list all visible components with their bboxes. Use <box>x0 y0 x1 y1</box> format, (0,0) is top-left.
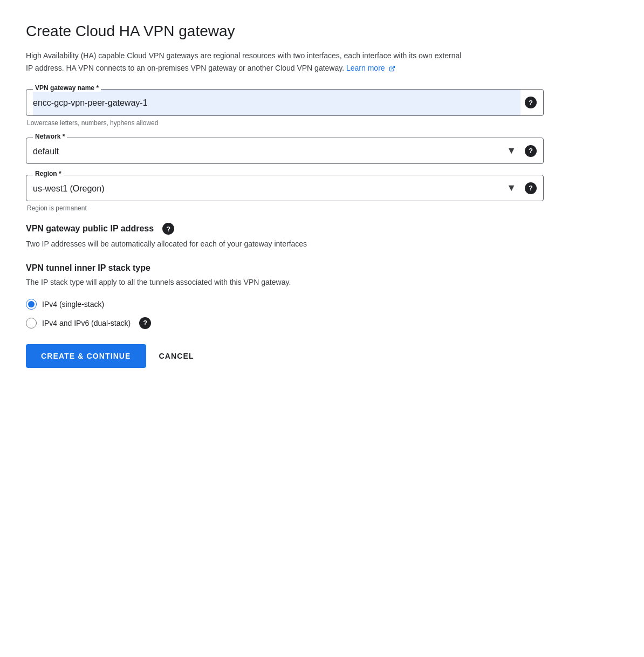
region-wrapper: Region * us-west1 (Oregon) ▼ ? <box>26 175 544 201</box>
region-select-wrapper: us-west1 (Oregon) ▼ ? <box>26 175 543 201</box>
learn-more-link[interactable]: Learn more <box>346 64 395 72</box>
ip-section-desc: Two IP addresses will be automatically a… <box>26 238 618 250</box>
network-select-wrapper: default ▼ ? <box>26 138 543 163</box>
radio-ipv4-single-input[interactable] <box>26 299 37 310</box>
gateway-name-label: VPN gateway name * <box>33 84 101 92</box>
ip-section-title: VPN gateway public IP address ? <box>26 223 618 235</box>
tunnel-section: VPN tunnel inner IP stack type The IP st… <box>26 263 618 329</box>
page-title: Create Cloud HA VPN gateway <box>26 22 618 41</box>
network-select[interactable]: default <box>33 138 506 163</box>
tunnel-section-desc: The IP stack type will apply to all the … <box>26 276 618 288</box>
network-wrapper: Network * default ▼ ? <box>26 138 544 164</box>
radio-ipv4-single[interactable]: IPv4 (single-stack) <box>26 299 618 310</box>
gateway-name-wrapper: VPN gateway name * ? <box>26 89 544 116</box>
action-bar: CREATE & CONTINUE CANCEL <box>26 344 618 368</box>
radio-ipv4-ipv6-dual-input[interactable] <box>26 318 37 328</box>
ip-stack-radio-group: IPv4 (single-stack) IPv4 and IPv6 (dual-… <box>26 299 618 329</box>
gateway-name-inner: ? <box>26 90 543 115</box>
gateway-name-input[interactable] <box>33 90 520 115</box>
network-field-group: Network * default ▼ ? <box>26 138 544 164</box>
region-help-icon[interactable]: ? <box>525 182 537 194</box>
gateway-name-hint: Lowercase letters, numbers, hyphens allo… <box>26 119 544 127</box>
region-select[interactable]: us-west1 (Oregon) <box>33 175 506 201</box>
ip-section: VPN gateway public IP address ? Two IP a… <box>26 223 618 250</box>
external-link-icon <box>389 65 395 72</box>
network-dropdown-arrow-icon: ▼ <box>506 145 516 156</box>
network-label: Network * <box>33 133 67 140</box>
network-help-icon[interactable]: ? <box>525 145 537 157</box>
gateway-name-help-icon[interactable]: ? <box>525 97 537 108</box>
radio-ipv4-ipv6-dual-label: IPv4 and IPv6 (dual-stack) ? <box>42 317 151 329</box>
svg-line-0 <box>392 66 395 70</box>
page-description: High Availability (HA) capable Cloud VPN… <box>26 50 468 74</box>
create-continue-button[interactable]: CREATE & CONTINUE <box>26 344 146 368</box>
region-field-group: Region * us-west1 (Oregon) ▼ ? Region is… <box>26 175 544 212</box>
region-dropdown-arrow-icon: ▼ <box>506 182 516 194</box>
tunnel-section-title: VPN tunnel inner IP stack type <box>26 263 618 273</box>
dual-stack-help-icon[interactable]: ? <box>139 317 151 329</box>
radio-ipv4-single-label: IPv4 (single-stack) <box>42 300 104 309</box>
region-hint: Region is permanent <box>26 204 544 212</box>
radio-ipv4-ipv6-dual[interactable]: IPv4 and IPv6 (dual-stack) ? <box>26 317 618 329</box>
cancel-button[interactable]: CANCEL <box>159 344 194 368</box>
ip-help-icon[interactable]: ? <box>162 223 174 235</box>
region-label: Region * <box>33 170 64 177</box>
gateway-name-field-group: VPN gateway name * ? Lowercase letters, … <box>26 89 544 127</box>
